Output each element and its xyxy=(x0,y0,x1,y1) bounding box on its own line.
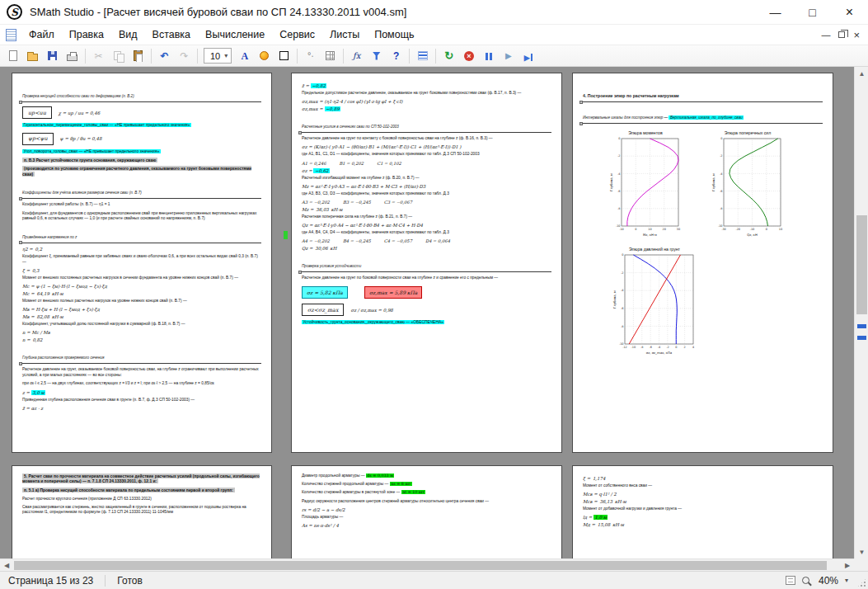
sheets-panel-button[interactable] xyxy=(413,47,432,65)
math-result[interactable]: C4 = −0,057 xyxy=(384,238,412,243)
chart-moments[interactable]: Эпюра моментов-1001020300-2-4-6-8-10Mz, … xyxy=(609,130,682,240)
math-region[interactable]: n = Mc / Mв xyxy=(22,330,261,335)
math-result[interactable]: D4 = 0,064 xyxy=(425,238,450,243)
text-region[interactable]: Площадь арматуры — xyxy=(302,515,551,521)
math-region[interactable]: ψ = θр / θu = 0,48 xyxy=(60,136,102,141)
zoom-magnifier-icon[interactable] xyxy=(802,577,809,584)
save-button[interactable] xyxy=(43,47,62,65)
math-result[interactable]: z = 3,0 м xyxy=(22,390,261,395)
mdi-restore-button[interactable] xyxy=(838,31,845,38)
mdi-minimize-button[interactable]: — xyxy=(821,30,830,40)
math-result[interactable]: B1 = 0,202 xyxy=(340,161,364,166)
math-result[interactable]: z̄ = −0,82 xyxy=(302,83,551,88)
chart-shear[interactable]: Эпюра поперечных сил-30-20-100100-2-4-6-… xyxy=(711,130,784,240)
math-result[interactable]: B3 = −0,245 xyxy=(343,200,371,205)
play-button[interactable]: ▶ xyxy=(499,47,518,65)
math-result[interactable]: lд = 1,0 м xyxy=(583,515,823,520)
result-box[interactable]: σz,max = 5,89 кПа xyxy=(364,286,422,299)
math-region[interactable]: Mc = ψ·(1 − ξм)·H·(l − ξмод − ξз)·ξд xyxy=(22,284,261,289)
text-region[interactable]: Приведенная глубина расположения сечения… xyxy=(22,398,261,403)
math-result[interactable]: σz = −0,62 xyxy=(302,168,551,173)
border-button[interactable] xyxy=(274,47,293,65)
math-region[interactable]: Mz = αε²·E·I·y0·A3 − αε·E·I·θ0·B3 + M·C3… xyxy=(302,184,551,189)
math-result[interactable]: ξ = 1,174 xyxy=(583,476,823,481)
text-region[interactable]: Расчетный изгибающий момент на глубине z… xyxy=(302,176,551,181)
condition-box[interactable]: uр<uu xyxy=(22,106,52,119)
math-region[interactable]: σz,max = (η1·η2·4 / cos φI)·(γI·z·tg φI … xyxy=(302,99,551,104)
result-value[interactable]: ds = 0,033 м xyxy=(366,474,395,478)
close-button[interactable]: × xyxy=(831,0,868,25)
math-result[interactable]: A3 = −0,202 xyxy=(302,200,330,205)
help-button[interactable]: ? xyxy=(387,47,406,65)
document-canvas[interactable]: Проверка несущей способности сваи по деф… xyxy=(0,67,854,558)
text-region[interactable]: Расчетное давление на грунт по боковой п… xyxy=(302,276,551,281)
menu-item-вычисление[interactable]: Вычисление xyxy=(198,26,272,43)
text-region[interactable]: Момент от добавочной нагрузки и давления… xyxy=(583,507,823,512)
scroll-left-arrow-icon[interactable]: ◀ xyxy=(0,559,13,572)
zoom-chevron-icon[interactable]: ▾ xyxy=(845,577,848,584)
minimize-button[interactable]: — xyxy=(757,0,794,25)
section-heading[interactable]: 5. Расчет сваи по прочности материала на… xyxy=(22,474,261,485)
traced-output[interactable]: Горизонтальное_перемещение_головы_сваи —… xyxy=(22,123,261,129)
math-region[interactable]: Qz = αε³·E·I·y0·A4 − αε²·E·I·θ0·B4 + αε·… xyxy=(302,223,551,228)
paste-button[interactable] xyxy=(129,47,148,65)
page-layout-icon[interactable] xyxy=(786,576,795,585)
print-button[interactable] xyxy=(63,47,82,65)
vertical-scrollbar[interactable]: ▲ ▼ xyxy=(854,67,868,558)
math-result[interactable]: B4 = −0,245 xyxy=(343,238,371,243)
text-region[interactable]: при αε·l ≤ 2,5 — на двух глубинах, соотв… xyxy=(22,381,261,387)
math-region[interactable]: Mв = H·ξм + H·(l − ξмод + ξз)·ξд xyxy=(22,307,261,312)
text-region[interactable]: Количество стержней продольной арматуры … xyxy=(302,482,551,488)
scroll-up-arrow-icon[interactable]: ▲ xyxy=(855,67,868,80)
worksheet-page[interactable]: 4. Построение эпюр по расчетным нагрузка… xyxy=(572,73,833,453)
matrix-button[interactable] xyxy=(321,47,340,65)
math-region[interactable]: z̄ = αε · z xyxy=(22,406,261,411)
vertical-scroll-thumb[interactable] xyxy=(856,215,867,314)
menu-item-вставка[interactable]: Вставка xyxy=(145,26,198,43)
text-region[interactable]: Коэффициент ξ, принимаемый равным при за… xyxy=(22,254,261,265)
new-button[interactable] xyxy=(3,47,22,65)
menu-item-вид[interactable]: Вид xyxy=(111,26,145,43)
math-result[interactable]: ξ = 0,3 xyxy=(22,268,261,273)
math-result[interactable]: Mсв = 36,13 кН·м xyxy=(583,499,823,504)
math-results-row[interactable]: A3 = −0,202B3 = −0,245C3 = −0,067 xyxy=(302,200,551,205)
open-button[interactable] xyxy=(23,47,42,65)
copy-button[interactable] xyxy=(109,47,128,65)
math-result[interactable]: Mв = 82,08 кН·м xyxy=(22,314,261,319)
text-region[interactable]: Коэффициент, для фундаментов с однорядны… xyxy=(22,211,261,222)
math-result[interactable]: A4 = −0,202 xyxy=(302,238,330,243)
font-size-select[interactable]: 10▾ xyxy=(204,48,232,64)
text-region[interactable]: Расчет прочности круглого сечения (прило… xyxy=(22,497,261,502)
condition-box[interactable]: σz<σz_max xyxy=(302,304,344,316)
worksheet-page[interactable]: Проверка несущей способности сваи по деф… xyxy=(12,73,272,453)
math-region[interactable]: As = ns·π·ds² / 4 xyxy=(302,523,551,528)
menu-item-сервис[interactable]: Сервис xyxy=(272,26,322,43)
math-result[interactable]: A1 = 0,246 xyxy=(302,161,326,166)
condition-box[interactable]: ψр<ψu xyxy=(22,133,54,145)
traced-output[interactable]: Угол_поворота_головы_сваи — «НЕ превышае… xyxy=(22,149,261,155)
result-value[interactable]: ns = 8 шт xyxy=(390,482,412,486)
section-heading[interactable]: (производится по условию ограничения рас… xyxy=(22,167,261,178)
math-region[interactable]: χ = uр / uu = 0,46 xyxy=(59,111,100,115)
chart-pressure[interactable]: Эпюра давлений на грунт-12-10-8-6-4-2024… xyxy=(612,247,697,358)
text-region[interactable]: Расчетное давление на грунт по контакту … xyxy=(302,136,551,142)
maximize-button[interactable]: □ xyxy=(794,0,831,25)
font-color-button[interactable]: A xyxy=(235,47,254,65)
traced-output[interactable]: Устойчивость_грунта_основания,_окружающе… xyxy=(302,320,551,326)
pause-button[interactable] xyxy=(479,47,498,65)
text-region[interactable]: где A4, B4, C4, D4 — коэффициенты, значе… xyxy=(302,230,551,236)
mdi-close-button[interactable]: × xyxy=(853,29,860,41)
math-result[interactable]: Mz = 36,03 кН·м xyxy=(302,207,551,212)
math-result[interactable]: n = 0,82 xyxy=(22,337,261,342)
degrees-button[interactable]: °∙ xyxy=(301,47,320,65)
text-region[interactable]: Коэффициент, учитывающий долю постоянной… xyxy=(22,322,261,327)
math-result[interactable]: Mc = 64,19 кН·м xyxy=(22,291,261,296)
text-region[interactable]: Момент от внешних постоянных расчетных н… xyxy=(22,276,261,281)
text-region[interactable]: Диаметр продольной арматуры — ds = 0,033… xyxy=(302,474,551,479)
scroll-right-arrow-icon[interactable]: ▶ xyxy=(841,559,854,572)
text-region[interactable]: Радиус окружности расположения центров с… xyxy=(302,499,551,505)
text-region[interactable]: где A1, B1, C1, D1 — коэффициенты, значе… xyxy=(302,152,551,158)
debug-button[interactable]: ▶ xyxy=(518,47,537,65)
math-results-row[interactable]: A4 = −0,202B4 = −0,245C4 = −0,057D4 = 0,… xyxy=(302,238,551,243)
text-region[interactable]: Количество стержней арматуры в растянуто… xyxy=(302,490,551,496)
